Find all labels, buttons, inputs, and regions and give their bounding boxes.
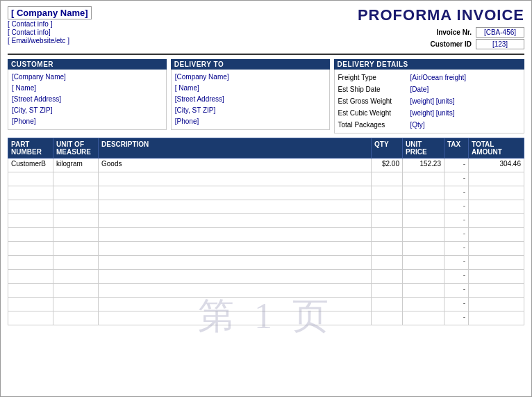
delivery-to-line4: [City, ST ZIP] <box>175 105 326 116</box>
table-cell <box>372 214 403 228</box>
delivery-details-title: DELIVERY DETAILS <box>334 59 525 70</box>
table-cell <box>53 311 99 325</box>
detail-label-4: Total Packages <box>338 119 408 131</box>
detail-val-2: [weight] [units] <box>410 95 455 107</box>
contact-info-3: [ Email/website/etc ] <box>8 37 92 44</box>
table-cell <box>372 284 403 298</box>
customer-title: CUSTOMER <box>8 59 167 70</box>
table-cell <box>469 256 524 270</box>
table-cell: - <box>444 270 469 284</box>
table-cell <box>99 228 372 242</box>
table-cell <box>99 186 372 200</box>
table-cell <box>469 242 524 256</box>
delivery-to-line2: [ Name] <box>175 83 326 94</box>
detail-val-1: [Date] <box>410 83 429 95</box>
delivery-details-section: DELIVERY DETAILS Freight Type [Air/Ocean… <box>334 59 525 133</box>
invoice-title-block: PROFORMA INVOICE Invoice Nr. [CBA-456] C… <box>358 6 524 49</box>
detail-label-0: Freight Type <box>338 72 408 83</box>
customer-line4: [City, ST ZIP] <box>12 105 163 116</box>
table-row: - <box>8 284 524 298</box>
table-cell: - <box>444 200 469 214</box>
table-cell: - <box>444 242 469 256</box>
table-row: - <box>8 186 524 200</box>
customer-content: [Company Name] [ Name] [Street Address] … <box>8 70 167 130</box>
table-cell <box>469 186 524 200</box>
table-cell <box>53 186 99 200</box>
table-cell <box>403 228 444 242</box>
table-row: - <box>8 200 524 214</box>
table-cell: Goods <box>99 159 372 172</box>
contact-info-2: [ Contact info] <box>8 29 92 36</box>
detail-row-3: Est Cubic Weight [weight] [units] <box>338 107 521 119</box>
table-cell <box>469 200 524 214</box>
table-cell: 152.23 <box>403 159 444 172</box>
invoice-meta: Invoice Nr. [CBA-456] Customer ID [123] <box>358 27 524 49</box>
th-unit: UNITPRICE <box>403 138 444 159</box>
table-cell <box>99 256 372 270</box>
table-cell: - <box>444 256 469 270</box>
delivery-details-content: Freight Type [Air/Ocean freight] Est Shi… <box>334 70 525 133</box>
table-cell <box>53 228 99 242</box>
table-cell <box>99 298 372 311</box>
table-cell <box>99 200 372 214</box>
table-cell <box>372 298 403 311</box>
table-cell <box>372 256 403 270</box>
customer-line3: [Street Address] <box>12 94 163 105</box>
table-cell: - <box>444 228 469 242</box>
table-cell <box>403 311 444 325</box>
table-cell <box>469 172 524 186</box>
table-cell <box>403 256 444 270</box>
table-cell <box>99 242 372 256</box>
invoice-nr-value: [CBA-456] <box>476 27 524 38</box>
customer-line5: [Phone] <box>12 116 163 127</box>
table-cell <box>8 298 53 311</box>
table-cell <box>372 186 403 200</box>
delivery-to-line3: [Street Address] <box>175 94 326 105</box>
table-cell <box>99 311 372 325</box>
table-row: - <box>8 270 524 284</box>
table-cell <box>8 214 53 228</box>
customer-section: CUSTOMER [Company Name] [ Name] [Street … <box>8 59 167 133</box>
customer-line1: [Company Name] <box>12 72 163 83</box>
table-cell <box>8 228 53 242</box>
table-cell <box>372 311 403 325</box>
invoice-nr-row: Invoice Nr. [CBA-456] <box>416 27 524 38</box>
table-cell <box>53 172 99 186</box>
contact-info-1: [ Contact info ] <box>8 20 92 28</box>
table-cell <box>403 186 444 200</box>
table-cell <box>53 214 99 228</box>
th-qty: QTY <box>372 138 403 159</box>
table-cell: - <box>444 172 469 186</box>
header-section: [ Company Name] [ Contact info ] [ Conta… <box>8 6 524 55</box>
table-cell <box>403 284 444 298</box>
table-cell <box>99 270 372 284</box>
delivery-to-content: [Company Name] [ Name] [Street Address] … <box>171 70 330 130</box>
table-cell <box>372 200 403 214</box>
table-row: - <box>8 256 524 270</box>
table-cell <box>8 200 53 214</box>
items-table: PARTNUMBER UNIT OFMEASURE DESCRIPTION QT… <box>8 138 524 325</box>
table-cell <box>53 256 99 270</box>
table-cell <box>8 186 53 200</box>
table-cell <box>53 242 99 256</box>
table-cell <box>53 200 99 214</box>
invoice-page: [ Company Name] [ Contact info ] [ Conta… <box>0 0 532 397</box>
table-row: - <box>8 214 524 228</box>
th-total: TOTAL AMOUNT <box>469 138 524 159</box>
detail-label-3: Est Cubic Weight <box>338 107 408 119</box>
detail-row-0: Freight Type [Air/Ocean freight] <box>338 72 521 83</box>
table-cell: $2.00 <box>372 159 403 172</box>
detail-row-4: Total Packages [Qty] <box>338 119 521 131</box>
detail-row-2: Est Gross Weight [weight] [units] <box>338 95 521 107</box>
detail-label-1: Est Ship Date <box>338 83 408 95</box>
table-cell <box>469 284 524 298</box>
table-cell: CustomerB <box>8 159 53 172</box>
table-row: - <box>8 228 524 242</box>
table-cell <box>99 214 372 228</box>
table-cell: - <box>444 311 469 325</box>
table-row: CustomerBkilogramGoods$2.00152.23-304.46 <box>8 159 524 172</box>
table-cell: - <box>444 159 469 172</box>
table-cell <box>99 172 372 186</box>
delivery-to-title: DELIVERY TO <box>171 59 330 70</box>
table-cell <box>8 284 53 298</box>
